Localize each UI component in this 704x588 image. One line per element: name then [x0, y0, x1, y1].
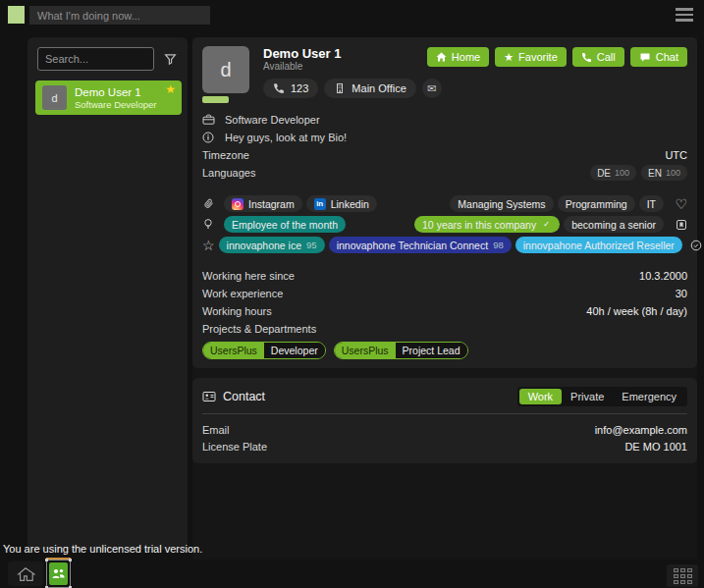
- hamburger-menu-icon[interactable]: [676, 8, 693, 22]
- circle-check-icon: [690, 240, 702, 251]
- bio-row: Hey guys, look at my Bio!: [202, 129, 687, 146]
- contact-card: Contact Work Private Emergency Email inf…: [192, 378, 697, 463]
- profile-panel: d Demo User 1 Available 123: [192, 37, 697, 560]
- timezone-row: Timezone UTC: [202, 146, 687, 164]
- contact-name: Demo User 1: [75, 86, 156, 99]
- favorite-button[interactable]: Favorite: [495, 47, 567, 67]
- tab-emergency[interactable]: Emergency: [613, 389, 685, 404]
- language-chip[interactable]: EN 100: [641, 165, 687, 181]
- certifications-row: innovaphone ice 95 innovaphone Technicia…: [202, 235, 687, 255]
- home-button[interactable]: Home: [427, 47, 489, 67]
- search-input[interactable]: [37, 47, 154, 71]
- profile-name: Demo User 1: [263, 46, 442, 61]
- chat-button[interactable]: Chat: [630, 47, 687, 67]
- timezone-value: UTC: [665, 149, 687, 161]
- linkedin-icon: in: [314, 198, 326, 210]
- taskbar-home-button[interactable]: [8, 561, 43, 586]
- contact-list-item[interactable]: d Demo User 1 Software Developer: [35, 80, 182, 115]
- app-launcher-button[interactable]: [667, 564, 698, 587]
- contact-card-title: Contact: [223, 390, 265, 403]
- detail-row: Work experience 30: [202, 285, 687, 302]
- contact-card-icon: [202, 391, 216, 402]
- certification-chip[interactable]: innovaphone Technician Connect 98: [329, 237, 512, 253]
- detail-row: Working here since 10.3.2000: [202, 267, 687, 285]
- language-chip[interactable]: DE 100: [590, 165, 636, 181]
- goal-chip[interactable]: 10 years in this company: [414, 216, 560, 233]
- linkedin-link[interactable]: in Linkedin: [306, 195, 377, 212]
- lightbulb-icon: [202, 218, 220, 231]
- skill-chip[interactable]: IT: [639, 195, 664, 212]
- tab-private[interactable]: Private: [562, 389, 613, 404]
- profile-card: d Demo User 1 Available 123: [192, 37, 697, 368]
- tab-work[interactable]: Work: [519, 389, 562, 404]
- grid-icon: [674, 568, 692, 584]
- presence-bar: [202, 96, 229, 103]
- avatar: d: [42, 85, 67, 110]
- job-title-row: Software Developer: [202, 111, 687, 129]
- bookmark-icon: [672, 219, 687, 231]
- home-outline-icon: [16, 565, 35, 583]
- filter-icon[interactable]: [160, 49, 180, 69]
- own-presence-indicator[interactable]: [8, 6, 25, 24]
- skill-chip[interactable]: Managing Systems: [450, 195, 553, 212]
- home-icon: [436, 52, 447, 62]
- award-chip[interactable]: Employee of the month: [224, 216, 346, 233]
- contact-row: License Plate DE MO 1001: [202, 438, 687, 454]
- links-skills-row: Instagram in Linkedin Managing Systems P…: [202, 193, 687, 214]
- skill-chip[interactable]: Programming: [558, 195, 635, 212]
- heart-icon: [672, 196, 687, 212]
- star-outline-icon: [202, 238, 215, 253]
- project-chip[interactable]: UsersPlus Project Lead: [334, 342, 468, 359]
- presence-status: Available: [263, 61, 442, 73]
- chat-bubble-icon: [639, 52, 651, 63]
- contact-subtitle: Software Developer: [75, 99, 156, 110]
- certification-chip[interactable]: innovaphone ice 95: [219, 237, 325, 253]
- award-goals-row: Employee of the month 10 years in this c…: [202, 214, 687, 235]
- email-icon[interactable]: [422, 79, 442, 98]
- contact-tabs: Work Private Emergency: [517, 387, 687, 406]
- briefcase-icon: [202, 114, 219, 126]
- status-input[interactable]: [29, 6, 210, 25]
- detail-row: Working hours 40h / week (8h / day): [202, 302, 687, 320]
- star-icon: [504, 51, 514, 64]
- contacts-sidebar: d Demo User 1 Software Developer: [27, 37, 188, 550]
- building-icon: [334, 82, 346, 94]
- phone-icon: [581, 52, 592, 63]
- info-icon: [202, 132, 219, 143]
- call-button[interactable]: Call: [572, 47, 624, 67]
- paperclip-icon: [202, 197, 220, 210]
- favorite-star-icon[interactable]: [165, 82, 176, 96]
- certification-chip[interactable]: innovpahone Authorized Reseller: [515, 237, 682, 253]
- divider: [202, 413, 687, 414]
- taskbar-contacts-app[interactable]: [46, 560, 71, 588]
- profile-avatar: d: [202, 46, 249, 93]
- instagram-icon: [232, 198, 244, 210]
- contacts-app-icon: [49, 562, 68, 585]
- goal-chip[interactable]: becoming a senior: [564, 216, 664, 233]
- check-icon: [541, 219, 552, 230]
- phone-icon: [273, 82, 285, 94]
- phone-number-pill[interactable]: 123: [263, 79, 318, 98]
- office-pill[interactable]: Main Office: [324, 79, 415, 98]
- projects-label: Projects & Departments: [202, 320, 687, 338]
- languages-row: Languages DE 100 EN 100: [202, 164, 687, 182]
- trial-notice: You are using the unlicensed trial versi…: [3, 543, 202, 555]
- project-chip[interactable]: UsersPlus Developer: [202, 342, 326, 359]
- contact-row: Email info@example.com: [202, 421, 687, 438]
- instagram-link[interactable]: Instagram: [224, 195, 302, 212]
